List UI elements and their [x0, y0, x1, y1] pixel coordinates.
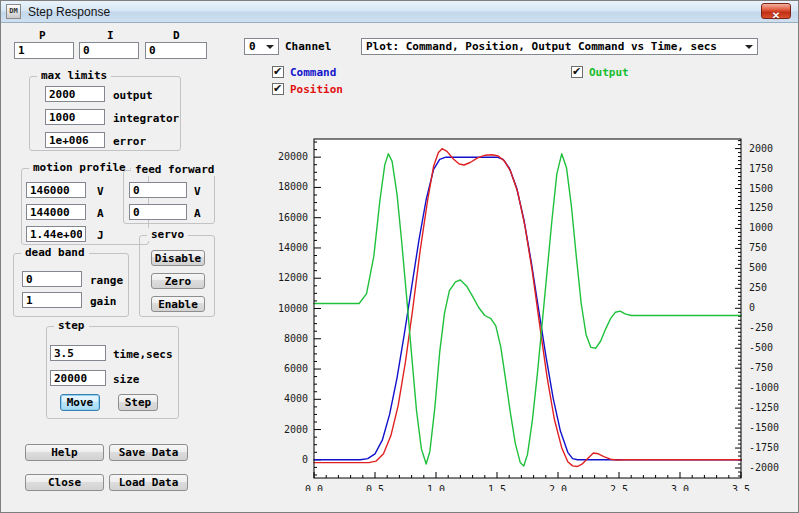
svg-text:0.5: 0.5 [366, 484, 384, 491]
svg-text:2000: 2000 [284, 424, 308, 435]
close-dialog-button[interactable]: Close [25, 474, 104, 491]
p-label: P [39, 29, 46, 42]
help-button[interactable]: Help [25, 444, 104, 461]
max-output-input[interactable] [45, 86, 105, 102]
client-area: P I D 0 Channel Plot: Command, Position,… [1, 23, 798, 512]
svg-text:1750: 1750 [749, 163, 773, 174]
gain-label: gain [90, 295, 117, 308]
svg-text:750: 750 [749, 242, 767, 253]
svg-text:16000: 16000 [278, 212, 308, 223]
position-checkbox-label: Position [290, 83, 343, 96]
ff-accel-label: A [194, 207, 201, 220]
servo-title: servo [147, 228, 188, 241]
step-size-input[interactable] [50, 370, 106, 386]
step-size-label: size [113, 373, 140, 386]
svg-text:0.0: 0.0 [305, 484, 323, 491]
accel-input[interactable] [26, 204, 86, 220]
command-checkbox-label: Command [290, 66, 336, 79]
app-icon: DM [6, 4, 21, 19]
gain-input[interactable] [22, 292, 82, 308]
jerk-input[interactable] [26, 226, 86, 242]
channel-select[interactable]: 0 [244, 38, 279, 55]
move-button[interactable]: Move [60, 394, 100, 411]
ff-velocity-input[interactable] [129, 182, 187, 198]
svg-text:4000: 4000 [284, 393, 308, 404]
accel-label: A [97, 207, 104, 220]
svg-text:18000: 18000 [278, 181, 308, 192]
max-output-label: output [113, 89, 153, 102]
svg-text:2.5: 2.5 [610, 484, 628, 491]
position-checkbox[interactable] [272, 83, 284, 95]
max-integrator-label: integrator [113, 112, 179, 125]
servo-enable-button[interactable]: Enable [151, 296, 205, 312]
output-checkbox[interactable] [571, 66, 583, 78]
feed-forward-title: feed forward [131, 163, 218, 176]
svg-text:-750: -750 [749, 362, 773, 373]
range-label: range [90, 274, 123, 287]
step-time-label: time,secs [113, 348, 173, 361]
ff-accel-input[interactable] [129, 204, 187, 220]
jerk-label: J [97, 229, 104, 242]
svg-text:-1250: -1250 [749, 402, 779, 413]
svg-text:2.0: 2.0 [549, 484, 567, 491]
plot-type-value: Plot: Command, Position, Output Command … [366, 40, 717, 53]
velocity-input[interactable] [26, 182, 86, 198]
svg-text:-1750: -1750 [749, 442, 779, 453]
ff-velocity-label: V [194, 185, 201, 198]
svg-text:-1500: -1500 [749, 422, 779, 433]
svg-text:-1000: -1000 [749, 382, 779, 393]
dead-band-title: dead band [21, 246, 89, 259]
step-title: step [54, 319, 89, 332]
svg-text:-250: -250 [749, 322, 773, 333]
chevron-down-icon [745, 45, 753, 49]
step-response-chart: 0.00.51.01.52.02.53.03.50200040006000800… [259, 107, 799, 491]
load-data-button[interactable]: Load Data [109, 474, 188, 491]
svg-text:3.0: 3.0 [671, 484, 689, 491]
svg-text:12000: 12000 [278, 272, 308, 283]
channel-value: 0 [249, 40, 256, 53]
range-input[interactable] [22, 271, 82, 287]
plot-type-select[interactable]: Plot: Command, Position, Output Command … [361, 38, 758, 55]
window-title: Step Response [28, 5, 110, 19]
save-data-button[interactable]: Save Data [109, 444, 188, 461]
svg-text:250: 250 [749, 282, 767, 293]
svg-text:1.0: 1.0 [427, 484, 445, 491]
step-time-input[interactable] [50, 345, 106, 361]
d-input[interactable] [145, 42, 207, 59]
channel-label: Channel [285, 40, 331, 53]
svg-text:1000: 1000 [749, 222, 773, 233]
svg-text:500: 500 [749, 262, 767, 273]
close-icon: ✕ [772, 10, 780, 21]
svg-text:1250: 1250 [749, 202, 773, 213]
p-input[interactable] [14, 42, 74, 59]
svg-text:-500: -500 [749, 342, 773, 353]
svg-text:1.5: 1.5 [488, 484, 506, 491]
d-label: D [173, 29, 180, 42]
i-label: I [107, 29, 114, 42]
step-response-window: DM Step Response ✕ P I D 0 Channel Plot:… [0, 0, 799, 513]
max-error-input[interactable] [45, 132, 105, 148]
svg-text:10000: 10000 [278, 303, 308, 314]
max-integrator-input[interactable] [45, 109, 105, 125]
svg-text:6000: 6000 [284, 363, 308, 374]
output-checkbox-label: Output [589, 66, 629, 79]
servo-disable-button[interactable]: Disable [151, 250, 205, 266]
svg-text:8000: 8000 [284, 333, 308, 344]
velocity-label: V [97, 185, 104, 198]
command-checkbox[interactable] [272, 66, 284, 78]
step-button[interactable]: Step [118, 394, 158, 411]
chevron-down-icon [266, 45, 274, 49]
titlebar[interactable]: DM Step Response ✕ [1, 1, 798, 23]
max-error-label: error [113, 135, 146, 148]
svg-text:3.5: 3.5 [732, 484, 750, 491]
i-input[interactable] [79, 42, 139, 59]
close-button[interactable]: ✕ [761, 3, 791, 19]
svg-text:20000: 20000 [278, 151, 308, 162]
max-limits-title: max limits [37, 69, 111, 82]
svg-text:14000: 14000 [278, 242, 308, 253]
svg-text:0: 0 [302, 454, 308, 465]
servo-zero-button[interactable]: Zero [151, 273, 205, 289]
svg-text:0: 0 [749, 302, 755, 313]
svg-text:-2000: -2000 [749, 462, 779, 473]
svg-text:1500: 1500 [749, 183, 773, 194]
